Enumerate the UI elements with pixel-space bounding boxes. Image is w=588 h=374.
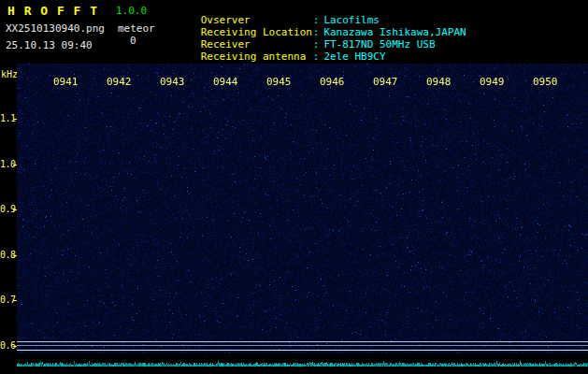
mode-label: meteor <box>118 22 155 35</box>
app-title: H R O F F T <box>7 4 98 18</box>
meteor-count: 0 <box>130 35 136 47</box>
time-label: 0947 <box>373 76 398 88</box>
colon-separator: : <box>313 50 320 63</box>
freq-label: 0.9 <box>0 205 13 214</box>
receiving-antenna-value: 2ele HB9CY <box>323 50 385 63</box>
time-label: 0943 <box>160 76 185 88</box>
time-label: 0942 <box>107 76 132 88</box>
khz-unit-label: kHz <box>1 69 18 79</box>
reference-line <box>17 341 588 342</box>
reference-line <box>17 350 588 351</box>
freq-label: 0.7 <box>0 295 13 305</box>
time-label: 0945 <box>266 76 292 88</box>
reference-line <box>17 345 588 346</box>
time-label: 0949 <box>480 76 505 88</box>
receiving-antenna-label: Receiving antenna <box>201 51 313 63</box>
time-label: 0948 <box>426 76 452 88</box>
time-label: 0950 <box>533 76 558 88</box>
spectrogram: 0941 0942 0943 0944 0945 0946 0947 0948 … <box>17 64 588 353</box>
freq-label: 0.8 <box>0 251 13 260</box>
hrofft-screen: H R O F F T 1.0.0 XX2510130940.png meteo… <box>0 0 588 374</box>
filename-label: XX2510130940.png <box>6 22 105 35</box>
time-label: 0946 <box>320 76 345 88</box>
frequency-axis: kHz 1.1 1.0 0.9 0.8 0.7 0.6 <box>0 64 17 374</box>
spectrogram-canvas <box>17 64 588 353</box>
header-bar: H R O F F T 1.0.0 XX2510130940.png meteo… <box>0 0 588 64</box>
signal-level-canvas <box>17 353 588 374</box>
time-label: 0941 <box>53 76 79 88</box>
time-label: 0944 <box>213 76 238 88</box>
freq-label: 1.0 <box>0 160 13 169</box>
freq-label: 1.1 <box>0 114 13 123</box>
app-version: 1.0.0 <box>116 5 147 17</box>
signal-level-strip <box>17 353 588 374</box>
timestamp: 25.10.13 09:40 <box>6 39 93 51</box>
freq-label: 0.6 <box>0 341 13 351</box>
